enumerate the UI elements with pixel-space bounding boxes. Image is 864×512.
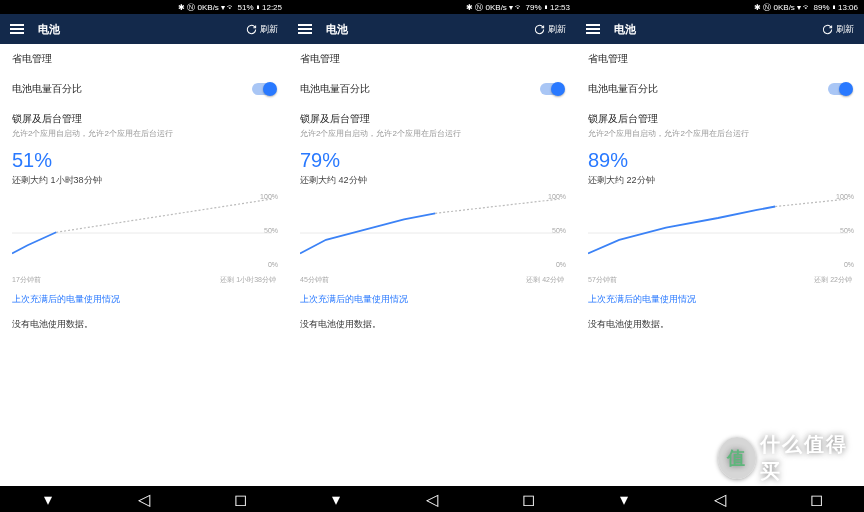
app-bar: 电池刷新 (0, 14, 288, 44)
app-bar: 电池刷新 (288, 14, 576, 44)
chevron-down-icon[interactable]: ▾ (620, 490, 628, 509)
home-icon[interactable]: ◻ (234, 490, 247, 509)
status-bar: ✱ Ⓝ 0KB/s ▾ ᯤ 79% ▮ 12:53 (288, 0, 576, 14)
home-icon[interactable]: ◻ (810, 490, 823, 509)
charge-chart: 100%50%0% (12, 193, 276, 273)
no-data-text: 没有电池使用数据。 (576, 314, 864, 335)
battery-percentage-value: 51% (0, 147, 288, 172)
back-icon[interactable]: ◁ (714, 490, 726, 509)
row-power-management[interactable]: 省电管理 (0, 44, 288, 74)
row-battery-percentage[interactable]: 电池电量百分比 (0, 74, 288, 104)
android-nav-bar: ▾ ◁ ◻ ▾ ◁ ◻ ▾ ◁ ◻ (0, 486, 864, 512)
home-icon[interactable]: ◻ (522, 490, 535, 509)
charge-chart: 100%50%0% (588, 193, 852, 273)
back-icon[interactable]: ◁ (426, 490, 438, 509)
battery-percentage-value: 89% (576, 147, 864, 172)
page-title: 电池 (326, 22, 520, 37)
row-battery-percentage[interactable]: 电池电量百分比 (576, 74, 864, 104)
no-data-text: 没有电池使用数据。 (0, 314, 288, 335)
usage-link[interactable]: 上次充满后的电量使用情况 (288, 285, 576, 314)
refresh-button[interactable]: 刷新 (534, 23, 566, 36)
charge-chart: 100%50%0% (300, 193, 564, 273)
app-bar: 电池刷新 (576, 14, 864, 44)
row-background-management[interactable]: 锁屏及后台管理允许2个应用自启动，允许2个应用在后台运行 (0, 104, 288, 147)
battery-percentage-value: 79% (288, 147, 576, 172)
no-data-text: 没有电池使用数据。 (288, 314, 576, 335)
watermark: 值什么值得买 (718, 432, 858, 484)
row-background-management[interactable]: 锁屏及后台管理允许2个应用自启动，允许2个应用在后台运行 (288, 104, 576, 147)
page-title: 电池 (614, 22, 808, 37)
menu-icon[interactable] (10, 24, 24, 34)
time-remaining: 还剩大约 42分钟 (288, 172, 576, 193)
row-battery-percentage[interactable]: 电池电量百分比 (288, 74, 576, 104)
toggle-battery-percentage[interactable] (540, 83, 564, 95)
menu-icon[interactable] (298, 24, 312, 34)
page-title: 电池 (38, 22, 232, 37)
x-axis-labels: 17分钟前还剩 1小时38分钟 (12, 275, 276, 285)
toggle-battery-percentage[interactable] (252, 83, 276, 95)
toggle-battery-percentage[interactable] (828, 83, 852, 95)
menu-icon[interactable] (586, 24, 600, 34)
time-remaining: 还剩大约 1小时38分钟 (0, 172, 288, 193)
x-axis-labels: 57分钟前还剩 22分钟 (588, 275, 852, 285)
refresh-button[interactable]: 刷新 (822, 23, 854, 36)
status-bar: ✱ Ⓝ 0KB/s ▾ ᯤ 51% ▮ 12:25 (0, 0, 288, 14)
refresh-button[interactable]: 刷新 (246, 23, 278, 36)
time-remaining: 还剩大约 22分钟 (576, 172, 864, 193)
usage-link[interactable]: 上次充满后的电量使用情况 (0, 285, 288, 314)
back-icon[interactable]: ◁ (138, 490, 150, 509)
chevron-down-icon[interactable]: ▾ (332, 490, 340, 509)
row-power-management[interactable]: 省电管理 (576, 44, 864, 74)
status-bar: ✱ Ⓝ 0KB/s ▾ ᯤ 89% ▮ 13:06 (576, 0, 864, 14)
row-background-management[interactable]: 锁屏及后台管理允许2个应用自启动，允许2个应用在后台运行 (576, 104, 864, 147)
chevron-down-icon[interactable]: ▾ (44, 490, 52, 509)
x-axis-labels: 45分钟前还剩 42分钟 (300, 275, 564, 285)
usage-link[interactable]: 上次充满后的电量使用情况 (576, 285, 864, 314)
row-power-management[interactable]: 省电管理 (288, 44, 576, 74)
